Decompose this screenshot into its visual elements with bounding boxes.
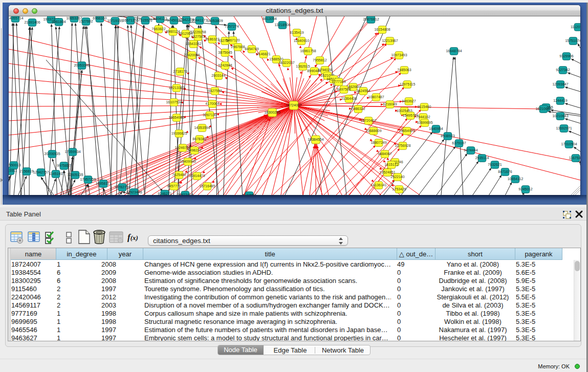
svg-text:13218506: 13218506 (274, 23, 290, 27)
svg-text:2803144: 2803144 (211, 74, 225, 77)
svg-text:1167534: 1167534 (569, 156, 580, 160)
svg-text:16914479: 16914479 (189, 174, 205, 178)
svg-text:9474444: 9474444 (464, 148, 477, 152)
svg-text:7944102: 7944102 (416, 115, 430, 119)
svg-text:1640954: 1640954 (429, 127, 443, 130)
svg-text:12505135: 12505135 (67, 173, 83, 177)
svg-text:3875645: 3875645 (218, 51, 232, 54)
svg-text:7663822: 7663822 (151, 27, 165, 31)
svg-text:15751074: 15751074 (565, 39, 580, 42)
svg-text:8960124: 8960124 (166, 30, 180, 33)
svg-text:10973493: 10973493 (391, 53, 407, 57)
svg-text:15409945: 15409945 (180, 160, 195, 163)
svg-text:7955812: 7955812 (313, 58, 326, 62)
svg-text:3624554: 3624554 (356, 89, 370, 93)
svg-text:7986322: 7986322 (351, 107, 365, 111)
svg-text:16671355: 16671355 (122, 18, 138, 22)
svg-text:8454749: 8454749 (245, 47, 258, 51)
svg-text:15716485: 15716485 (199, 184, 215, 188)
svg-text:9246271: 9246271 (158, 192, 171, 195)
svg-text:19384554: 19384554 (308, 138, 323, 141)
svg-text:9915911: 9915911 (9, 169, 17, 172)
svg-text:7625402: 7625402 (172, 173, 186, 177)
svg-text:13692971: 13692971 (556, 126, 572, 130)
svg-text:14136141: 14136141 (371, 183, 386, 187)
svg-text:20206535: 20206535 (44, 152, 60, 156)
svg-text:11640910: 11640910 (294, 39, 310, 42)
svg-text:1244419: 1244419 (553, 99, 567, 102)
svg-text:10719155: 10719155 (107, 19, 123, 23)
svg-text:9245012: 9245012 (518, 187, 532, 191)
svg-text:7485063: 7485063 (397, 68, 411, 72)
svg-text:14055714: 14055714 (9, 16, 24, 20)
svg-text:9463627: 9463627 (402, 99, 416, 103)
svg-text:22420046: 22420046 (184, 53, 200, 57)
svg-text:19166825: 19166825 (171, 132, 187, 135)
svg-text:6966160: 6966160 (93, 16, 106, 20)
svg-text:13524851: 13524851 (379, 170, 395, 174)
svg-text:16961758: 16961758 (300, 49, 316, 53)
svg-text:3267130: 3267130 (203, 113, 216, 117)
svg-text:4170064: 4170064 (205, 102, 219, 105)
svg-text:16154808: 16154808 (374, 28, 390, 31)
svg-text:5498222: 5498222 (187, 148, 201, 152)
svg-text:8186323: 8186323 (205, 37, 219, 41)
svg-text:2935114: 2935114 (475, 156, 489, 160)
svg-text:7632621: 7632621 (488, 163, 502, 166)
svg-text:20441173: 20441173 (192, 18, 208, 22)
svg-text:18807249: 18807249 (371, 141, 386, 144)
svg-text:10699695: 10699695 (417, 121, 432, 124)
svg-text:1527602: 1527602 (79, 19, 93, 23)
svg-text:9242848: 9242848 (218, 63, 232, 67)
svg-text:16648784: 16648784 (446, 49, 462, 53)
svg-text:8135419: 8135419 (290, 31, 303, 34)
svg-text:10688609: 10688609 (365, 129, 381, 133)
svg-text:10807487: 10807487 (368, 95, 384, 99)
svg-text:9115460: 9115460 (418, 105, 431, 108)
svg-text:9975857: 9975857 (57, 164, 71, 167)
svg-text:12975115: 12975115 (400, 82, 416, 86)
svg-text:16543382: 16543382 (185, 42, 201, 46)
svg-text:8938923: 8938923 (441, 134, 454, 138)
svg-text:5467120: 5467120 (226, 38, 239, 42)
svg-text:1615172: 1615172 (384, 163, 398, 166)
svg-text:1588520: 1588520 (269, 57, 283, 61)
svg-text:9329906: 9329906 (559, 54, 573, 58)
svg-text:9777169: 9777169 (332, 80, 345, 83)
svg-text:20053346: 20053346 (74, 63, 90, 67)
svg-text:18724007: 18724007 (286, 103, 301, 107)
svg-text:9227342: 9227342 (556, 68, 570, 72)
svg-text:7515526: 7515526 (138, 18, 152, 22)
svg-text:1362615: 1362615 (296, 64, 310, 68)
svg-text:8127550: 8127550 (242, 193, 256, 195)
svg-text:1753426: 1753426 (392, 187, 406, 191)
svg-text:12942757: 12942757 (33, 170, 49, 174)
svg-text:8678342: 8678342 (192, 137, 206, 141)
svg-text:9684067: 9684067 (378, 152, 391, 156)
svg-text:9061804: 9061804 (52, 20, 66, 24)
svg-text:9327503: 9327503 (191, 35, 205, 38)
svg-text:2967608: 2967608 (231, 45, 245, 49)
svg-text:6379197: 6379197 (452, 141, 466, 145)
svg-text:19654985: 19654985 (168, 116, 184, 119)
svg-text:10654112: 10654112 (508, 177, 524, 181)
svg-text:9457771: 9457771 (167, 184, 181, 188)
svg-text:20876812: 20876812 (363, 17, 379, 21)
svg-text:15720407: 15720407 (360, 119, 376, 122)
svg-text:19654923: 19654923 (399, 129, 415, 133)
svg-text:6216049: 6216049 (383, 102, 397, 106)
svg-text:1550013: 1550013 (9, 163, 21, 167)
svg-text:9427552: 9427552 (208, 89, 222, 93)
svg-text:2156819: 2156819 (19, 169, 33, 173)
svg-text:12213967: 12213967 (382, 39, 398, 42)
svg-text:16053809: 16053809 (207, 19, 223, 23)
svg-text:10756928: 10756928 (395, 144, 410, 147)
svg-text:2522140: 2522140 (390, 175, 404, 179)
svg-text:2718176: 2718176 (173, 70, 187, 73)
svg-text:21691406: 21691406 (24, 20, 40, 24)
svg-text:10958117: 10958117 (96, 182, 112, 185)
svg-text:6794028: 6794028 (318, 68, 332, 72)
svg-text:17957255: 17957255 (80, 178, 96, 181)
svg-text:16782759: 16782759 (114, 185, 130, 189)
svg-text:17010504: 17010504 (561, 142, 577, 146)
